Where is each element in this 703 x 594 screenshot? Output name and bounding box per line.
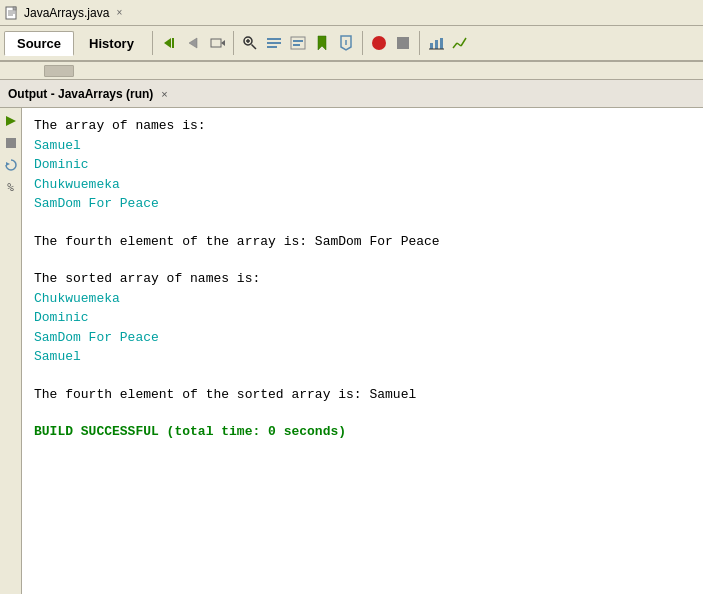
title-close-button[interactable]: × bbox=[113, 6, 125, 19]
svg-marker-20 bbox=[318, 36, 326, 50]
output-line-5: SamDom For Peace bbox=[34, 194, 691, 214]
output-line-2: Samuel bbox=[34, 136, 691, 156]
svg-point-23 bbox=[372, 36, 386, 50]
title-bar: JavaArrays.java × bbox=[0, 0, 703, 26]
output-line-17: BUILD SUCCESSFUL (total time: 0 seconds) bbox=[34, 422, 691, 442]
svg-rect-16 bbox=[267, 46, 277, 48]
toolbar-btn-search[interactable] bbox=[335, 32, 357, 54]
toolbar-btn-replace[interactable] bbox=[287, 32, 309, 54]
scroll-thumb[interactable] bbox=[44, 65, 74, 77]
svg-marker-9 bbox=[221, 40, 225, 46]
output-line-12: SamDom For Peace bbox=[34, 328, 691, 348]
svg-marker-7 bbox=[189, 38, 197, 48]
output-line-7: The fourth element of the array is: SamD… bbox=[34, 232, 691, 252]
reload-side-icon[interactable] bbox=[2, 156, 20, 174]
toolbar-btn-prev[interactable] bbox=[182, 32, 204, 54]
svg-rect-6 bbox=[172, 38, 174, 48]
svg-rect-25 bbox=[430, 43, 433, 49]
toolbar-separator-4 bbox=[419, 31, 420, 55]
blank-line-1 bbox=[34, 214, 691, 232]
svg-rect-33 bbox=[6, 138, 16, 148]
main-area: % The array of names is: Samuel Dominic … bbox=[0, 108, 703, 594]
toolbar-btn-next[interactable] bbox=[206, 32, 228, 54]
output-line-15: The fourth element of the sorted array i… bbox=[34, 385, 691, 405]
toolbar-btn-stop[interactable] bbox=[392, 32, 414, 54]
source-tab[interactable]: Source bbox=[4, 31, 74, 56]
svg-rect-17 bbox=[291, 37, 305, 49]
svg-marker-32 bbox=[6, 116, 16, 126]
console-output: The array of names is: Samuel Dominic Ch… bbox=[22, 108, 703, 594]
svg-line-31 bbox=[461, 38, 466, 46]
output-line-13: Samuel bbox=[34, 347, 691, 367]
blank-line-2 bbox=[34, 251, 691, 269]
scrollbar-area[interactable] bbox=[0, 62, 703, 80]
output-line-4: Chukwuemeka bbox=[34, 175, 691, 195]
file-title: JavaArrays.java bbox=[24, 6, 109, 20]
history-tab[interactable]: History bbox=[76, 31, 147, 56]
blank-line-3 bbox=[34, 367, 691, 385]
svg-line-11 bbox=[251, 45, 256, 50]
toolbar-separator-1 bbox=[152, 31, 153, 55]
toolbar-btn-bookmark[interactable] bbox=[311, 32, 333, 54]
toolbar-btn-back[interactable] bbox=[158, 32, 180, 54]
output-line-10: Chukwuemeka bbox=[34, 289, 691, 309]
settings-side-icon[interactable]: % bbox=[2, 178, 20, 196]
file-icon bbox=[4, 5, 20, 21]
toolbar-btn-chart2[interactable] bbox=[449, 32, 471, 54]
svg-rect-24 bbox=[397, 37, 409, 49]
toolbar-btn-run[interactable] bbox=[368, 32, 390, 54]
output-line-1: The array of names is: bbox=[34, 116, 691, 136]
svg-rect-26 bbox=[435, 40, 438, 49]
svg-rect-14 bbox=[267, 38, 281, 40]
svg-line-29 bbox=[453, 43, 457, 48]
output-line-9: The sorted array of names is: bbox=[34, 269, 691, 289]
toolbar-btn-zoom[interactable] bbox=[239, 32, 261, 54]
svg-rect-19 bbox=[293, 44, 300, 46]
toolbar-separator-3 bbox=[362, 31, 363, 55]
output-header: Output - JavaArrays (run) × bbox=[0, 80, 703, 108]
svg-rect-8 bbox=[211, 39, 221, 47]
toolbar-btn-find[interactable] bbox=[263, 32, 285, 54]
toolbar: Source History bbox=[0, 26, 703, 62]
blank-line-4 bbox=[34, 404, 691, 422]
stop-side-icon[interactable] bbox=[2, 134, 20, 152]
svg-marker-34 bbox=[6, 162, 10, 166]
output-line-3: Dominic bbox=[34, 155, 691, 175]
svg-marker-5 bbox=[164, 38, 171, 48]
side-icons-panel: % bbox=[0, 108, 22, 594]
output-close-button[interactable]: × bbox=[161, 88, 167, 100]
output-title: Output - JavaArrays (run) bbox=[8, 87, 153, 101]
toolbar-separator-2 bbox=[233, 31, 234, 55]
output-line-11: Dominic bbox=[34, 308, 691, 328]
toolbar-btn-chart1[interactable] bbox=[425, 32, 447, 54]
run-icon[interactable] bbox=[2, 112, 20, 130]
svg-rect-27 bbox=[440, 38, 443, 49]
svg-rect-18 bbox=[293, 40, 303, 42]
svg-rect-15 bbox=[267, 42, 281, 44]
svg-rect-1 bbox=[13, 7, 16, 10]
